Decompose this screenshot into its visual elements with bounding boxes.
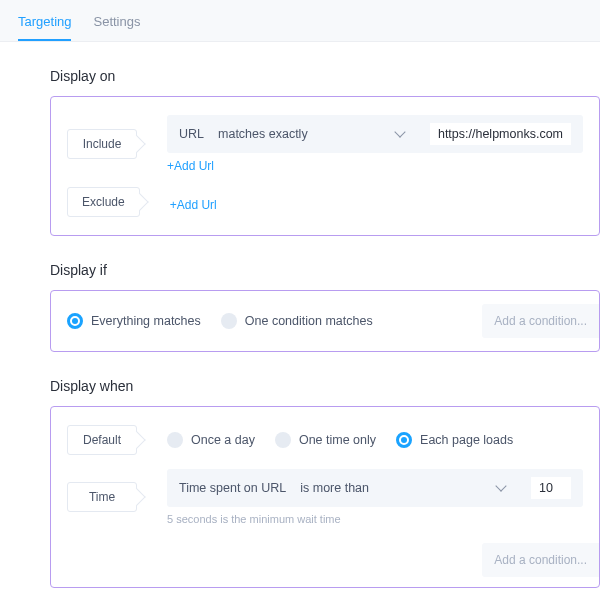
default-tag[interactable]: Default bbox=[67, 425, 137, 455]
add-condition-button-when[interactable]: Add a condition... bbox=[482, 543, 599, 577]
include-tag[interactable]: Include bbox=[67, 129, 137, 159]
time-rule-field: Time spent on URL bbox=[179, 481, 286, 495]
radio-circle-icon bbox=[396, 432, 412, 448]
url-rule-bar: URL matches exactly https://helpmonks.co… bbox=[167, 115, 583, 153]
section-title-display-if: Display if bbox=[50, 262, 600, 278]
radio-one-time-only[interactable]: One time only bbox=[275, 432, 376, 448]
section-title-display-when: Display when bbox=[50, 378, 600, 394]
time-rule-value[interactable]: 10 bbox=[531, 477, 571, 499]
radio-label-everything: Everything matches bbox=[91, 314, 201, 328]
url-rule-operator-label: matches exactly bbox=[218, 127, 308, 141]
panel-display-if: Everything matches One condition matches… bbox=[50, 290, 600, 352]
tabs-bar: Targeting Settings bbox=[0, 0, 600, 42]
tab-targeting[interactable]: Targeting bbox=[18, 8, 71, 41]
chevron-down-icon bbox=[396, 131, 406, 137]
time-tag[interactable]: Time bbox=[67, 482, 137, 512]
time-rule-operator-select[interactable]: is more than bbox=[300, 481, 517, 495]
radio-everything-matches[interactable]: Everything matches bbox=[67, 313, 201, 329]
radio-circle-icon bbox=[67, 313, 83, 329]
add-url-link-include[interactable]: +Add Url bbox=[167, 159, 583, 173]
panel-display-when: Default Once a day One time only Each pa… bbox=[50, 406, 600, 588]
url-rule-field: URL bbox=[179, 127, 204, 141]
url-rule-value[interactable]: https://helpmonks.com bbox=[430, 123, 571, 145]
add-condition-button[interactable]: Add a condition... bbox=[482, 304, 599, 338]
section-title-display-on: Display on bbox=[50, 68, 600, 84]
radio-circle-icon bbox=[221, 313, 237, 329]
tab-settings[interactable]: Settings bbox=[93, 8, 140, 41]
radio-label-one-time: One time only bbox=[299, 433, 376, 447]
radio-label-each-load: Each page loads bbox=[420, 433, 513, 447]
time-rule-bar: Time spent on URL is more than 10 bbox=[167, 469, 583, 507]
exclude-tag[interactable]: Exclude bbox=[67, 187, 140, 217]
url-rule-operator-select[interactable]: matches exactly bbox=[218, 127, 416, 141]
radio-each-page-loads[interactable]: Each page loads bbox=[396, 432, 513, 448]
radio-circle-icon bbox=[275, 432, 291, 448]
radio-label-one: One condition matches bbox=[245, 314, 373, 328]
radio-circle-icon bbox=[167, 432, 183, 448]
chevron-down-icon bbox=[497, 485, 507, 491]
radio-once-a-day[interactable]: Once a day bbox=[167, 432, 255, 448]
time-rule-operator-label: is more than bbox=[300, 481, 369, 495]
panel-display-on: Include URL matches exactly https://help… bbox=[50, 96, 600, 236]
radio-label-once-day: Once a day bbox=[191, 433, 255, 447]
time-helper-text: 5 seconds is the minimum wait time bbox=[167, 513, 583, 525]
add-url-link-exclude[interactable]: +Add Url bbox=[170, 198, 583, 212]
radio-one-condition[interactable]: One condition matches bbox=[221, 313, 373, 329]
